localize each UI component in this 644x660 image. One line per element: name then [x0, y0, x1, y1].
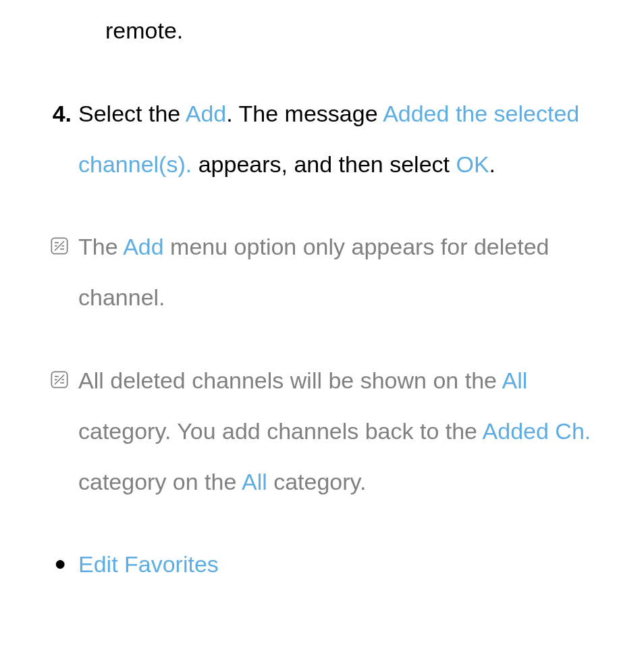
step-content: Select the Add. The message Added the se…	[78, 88, 601, 190]
note-1: The Add menu option only appears for del…	[43, 222, 601, 323]
text: category on the	[78, 469, 242, 494]
text: .	[489, 151, 495, 177]
text: . The message	[226, 101, 383, 126]
bullet-marker: ●	[43, 539, 78, 590]
note-icon	[43, 222, 78, 323]
text: All deleted channels will be shown on th…	[78, 367, 502, 393]
note-content: The Add menu option only appears for del…	[78, 222, 601, 323]
text: category. You add channels back to the	[78, 418, 483, 444]
bullet-edit-favorites: ● Edit Favorites	[43, 539, 601, 590]
text: Select the	[78, 101, 186, 126]
text: The	[78, 234, 123, 259]
note-icon	[43, 355, 78, 507]
highlight-all: All	[502, 367, 528, 393]
text: appears, and then select	[192, 151, 456, 177]
partial-previous-line: remote.	[105, 5, 601, 56]
step-marker: 4.	[43, 88, 78, 190]
bullet-label: Edit Favorites	[78, 551, 219, 577]
highlight-all: All	[242, 469, 267, 494]
highlight-add: Add	[186, 101, 227, 126]
highlight-added-ch: Added Ch.	[483, 418, 591, 444]
note-2: All deleted channels will be shown on th…	[43, 355, 601, 507]
highlight-add: Add	[123, 234, 164, 259]
text: category.	[267, 469, 367, 494]
highlight-ok: OK	[456, 151, 489, 177]
note-content: All deleted channels will be shown on th…	[78, 355, 601, 507]
step-4: 4. Select the Add. The message Added the…	[43, 88, 601, 190]
bullet-content: Edit Favorites	[78, 539, 601, 590]
text-fragment: remote.	[105, 18, 183, 43]
